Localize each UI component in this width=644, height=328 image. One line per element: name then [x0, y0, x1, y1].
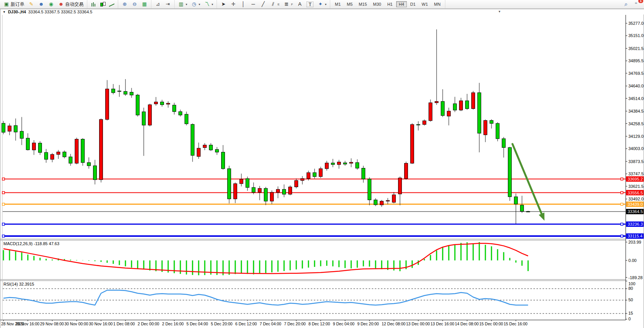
chart-shift-marker-icon[interactable]: ▼	[498, 10, 501, 13]
time-tick-label: 8 Dec 12:00	[308, 322, 330, 326]
auto-arrange-button[interactable]: ⊿	[153, 0, 163, 8]
person-chart-icon: ☻	[38, 1, 44, 7]
line-handle[interactable]	[2, 192, 5, 194]
time-tick-label: 2 Dec 00:00	[138, 322, 159, 326]
text-icon: A	[297, 1, 303, 7]
candle	[496, 122, 499, 141]
clock-icon: ◷	[191, 1, 197, 7]
level-price-flag-label: 33439.0	[628, 202, 643, 207]
time-tick-label: 13 Dec 00:00	[406, 322, 430, 326]
time-tick-label: 15 Dec 00:00	[479, 322, 503, 326]
zoom-in-button[interactable]: ⊕	[120, 0, 130, 8]
timeframe-m1[interactable]: M1	[332, 1, 343, 7]
candle	[75, 138, 79, 165]
price-tick-label: 34514.0	[628, 96, 644, 101]
price-tick-label: 34895.5	[628, 58, 644, 63]
time-tick-label: 29 Nov 08:00	[40, 322, 64, 326]
line-chart-mode-button[interactable]	[107, 0, 116, 8]
timeframe-m30[interactable]: M30	[370, 1, 384, 7]
price-tick-label: 33492.0	[628, 197, 644, 201]
text-label-tool-button[interactable]: T	[305, 0, 315, 8]
auto-trading-button[interactable]: ☻ 自动交易	[56, 0, 85, 8]
timeframe-w1[interactable]: W1	[419, 1, 431, 7]
new-order-button[interactable]: ▣ 新订单	[2, 0, 26, 8]
arrows-tool-button[interactable]: ✦▾	[315, 0, 328, 8]
horizontal-line-icon: ─	[250, 1, 256, 7]
notifications-button[interactable]: ❝ 1	[631, 0, 641, 8]
line-handle[interactable]	[2, 235, 5, 237]
indicators-button[interactable]: 〽▾	[202, 0, 215, 8]
vline-tool-button[interactable]: │	[238, 0, 248, 8]
line-handle[interactable]	[621, 178, 623, 180]
time-tick-label: 5 Dec 20:00	[211, 322, 233, 326]
candle-chart-mode-button[interactable]	[98, 0, 107, 8]
level-price-flag-label: 33556.5	[628, 191, 643, 195]
fibonacci-tool-button[interactable]: ≣F	[281, 0, 295, 8]
tile-windows-button[interactable]: ▦	[140, 0, 149, 8]
trendline-icon: ╱	[260, 1, 266, 7]
collapse-triangle-icon[interactable]: ▼	[3, 10, 6, 14]
candle	[289, 186, 292, 196]
fibo-letter: F	[291, 3, 293, 6]
vertical-line-icon: │	[240, 1, 246, 7]
chart-stage[interactable]: 35277.035151.035021.534895.534769.534640…	[0, 15, 644, 328]
crosshair-tool-button[interactable]: ✛	[228, 0, 238, 8]
auto-trading-icon: ☻	[58, 1, 64, 7]
line-handle[interactable]	[621, 235, 623, 237]
cursor-tool-button[interactable]: ➤	[218, 0, 228, 8]
line-handle[interactable]	[2, 223, 5, 225]
arrows-caret-icon: ▾	[325, 3, 326, 6]
time-tick-label: 7 Dec 20:00	[284, 322, 306, 326]
timeframe-d1[interactable]: D1	[408, 1, 418, 7]
timeframe-m15[interactable]: M15	[356, 1, 369, 7]
search-button[interactable]: ⌕	[621, 0, 631, 8]
price-tick-label: 35021.5	[628, 46, 644, 51]
chart-quote-values: 33364.5 33367.5 33362.5 33364.5	[28, 10, 92, 14]
bar-chart-mode-button[interactable]	[89, 0, 98, 8]
new-order-label: 新订单	[11, 1, 24, 8]
line-handle[interactable]	[621, 223, 623, 225]
text-tool-button[interactable]: A	[295, 0, 305, 8]
zoom-out-icon: ⊖	[132, 1, 138, 7]
line-handle[interactable]	[2, 203, 5, 205]
chart-window: ▼ DJ30-,H4 33364.5 33367.5 33362.5 33364…	[0, 9, 644, 328]
price-tick-label: 34640.0	[628, 84, 644, 88]
candle	[508, 147, 512, 201]
timeframe-toolbar: M1M5M15M30H1H4D1W1MN	[330, 0, 445, 8]
line-handle[interactable]	[2, 178, 5, 180]
search-icon: ⌕	[623, 1, 629, 7]
market-watch-button[interactable]: ☻	[36, 0, 46, 8]
zoom-out-button[interactable]: ⊖	[130, 0, 140, 8]
highlight-button[interactable]: ✎	[26, 0, 36, 8]
arrange-chart-icon: ⊿	[155, 1, 161, 7]
profiles-button[interactable]: ◷▾	[189, 0, 202, 8]
new-chart-button[interactable]: ▥▾	[176, 0, 189, 8]
chart-canvas[interactable]: 35277.035151.035021.534895.534769.534640…	[0, 15, 644, 328]
cursor-icon: ➤	[220, 1, 226, 7]
signals-button[interactable]: ◉	[46, 0, 56, 8]
candle	[136, 94, 140, 116]
price-tick-label: 33873.5	[628, 159, 644, 164]
macd-tick-label: -189.28	[628, 275, 642, 280]
timeframe-m5[interactable]: M5	[344, 1, 355, 7]
auto-trading-label: 自动交易	[65, 1, 84, 8]
new-chart-caret-icon: ▾	[186, 3, 187, 6]
trendline-tool-button[interactable]: ╱	[258, 0, 268, 8]
hline-tool-button[interactable]: ─	[248, 0, 258, 8]
timeframe-mn[interactable]: MN	[431, 1, 443, 7]
line-handle[interactable]	[621, 203, 623, 205]
time-tick-label: 28 Nov 16:00	[16, 322, 40, 326]
mt4-application: ▣ 新订单 ✎ ☻ ◉ ☻ 自动交易 ⊕ ⊖ ▦ ⊿ ⇥ ▥▾ ◷▾	[0, 0, 644, 328]
timeframe-h4[interactable]: H4	[396, 1, 407, 7]
crosshair-icon: ✛	[230, 1, 236, 7]
indicators-caret-icon: ▾	[212, 3, 213, 6]
macd-label: MACD(12,26,9) -118.85 47.63	[3, 241, 59, 246]
timeframe-h1[interactable]: H1	[385, 1, 395, 7]
time-tick-label: 2 Dec 16:00	[162, 322, 184, 326]
macd-tick-label: 203.99	[628, 240, 641, 244]
channel-tool-button[interactable]: ⫽E	[268, 0, 281, 8]
chart-shift-button[interactable]: ⇥	[163, 0, 173, 8]
line-handle[interactable]	[621, 192, 623, 194]
time-tick-label: 9 Dec 20:00	[357, 322, 379, 326]
level-price-flag-label: 33695.2	[628, 177, 643, 181]
